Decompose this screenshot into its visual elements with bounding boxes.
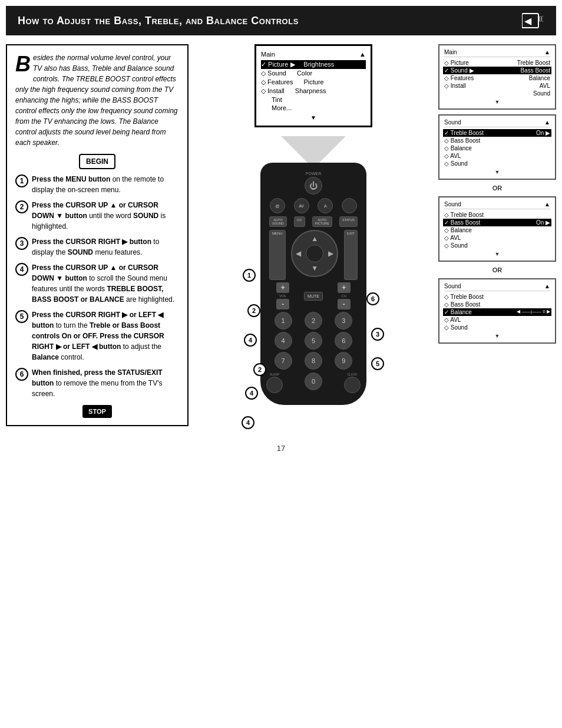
menu-button[interactable]: MENU — [269, 230, 286, 280]
sm3-header: Sound ▲ — [444, 201, 550, 209]
numpad: 1 2 3 4 5 6 7 8 9 — [269, 312, 358, 370]
num-0-button[interactable]: 0 — [305, 373, 322, 390]
step-6: 6 When finished, press the STATUS/EXIT b… — [15, 367, 179, 399]
step-3: 3 Press the CURSOR RIGHT ▶ button to dis… — [15, 236, 179, 258]
main-menu-display: Main ▲ ✓ Picture▶ Brightness ◇ Sound Col… — [254, 44, 372, 127]
mute-button[interactable]: MUTE — [304, 292, 323, 301]
intro-text: B esides the normal volume level control… — [15, 52, 179, 148]
power-button[interactable]: ⏻ — [305, 177, 322, 195]
sm4-treble: ◇ Treble Boost — [444, 293, 550, 301]
ch-minus-button[interactable]: - — [338, 299, 351, 309]
svg-text:))): ))) — [538, 15, 543, 22]
cc-button[interactable]: CC — [294, 216, 305, 227]
icon-row: AUTOSOUND CC AUTOPICTURE STATUS — [266, 216, 361, 227]
center-column: Main ▲ ✓ Picture▶ Brightness ◇ Sound Col… — [194, 44, 432, 426]
cursor-right-button[interactable]: ▶ — [328, 249, 333, 258]
sm1-main-label: Main — [444, 49, 457, 55]
step-label-2a: 2 — [247, 304, 260, 317]
clock-button[interactable] — [344, 377, 361, 393]
at-button[interactable]: @ — [270, 198, 285, 213]
sm1-picture: ◇ Picture Treble Boost — [444, 59, 550, 67]
step-label-4a: 4 — [244, 334, 257, 347]
av-button[interactable]: AV — [294, 198, 309, 213]
step-2-text: Press the CURSOR UP ▲ or CURSOR DOWN ▼ b… — [32, 200, 179, 232]
nav-pad: ▲ ▼ ◀ ▶ — [291, 230, 338, 277]
menu-row-features: ◇ Features Picture — [261, 78, 366, 87]
big-letter: B — [15, 54, 31, 75]
num-1-button[interactable]: 1 — [275, 312, 292, 330]
top-buttons: @ AV A — [266, 198, 361, 213]
sm1-down-arrow: ▼ — [444, 99, 550, 105]
remote-control: POWER ⏻ @ AV A AUTOSOUND CC AUTOPICTURE … — [260, 163, 366, 405]
screen-menu-1: Main ▲ ◇ Picture Treble Boost ✓ Sound▶ B… — [438, 44, 556, 110]
sm2-sound: ◇ Sound — [444, 160, 550, 167]
step-4-text: Press the CURSOR UP ▲ or CURSOR DOWN ▼ b… — [32, 262, 179, 305]
num-3-button[interactable]: 3 — [335, 312, 352, 330]
num-5-button[interactable]: 5 — [305, 332, 322, 350]
nav-center — [306, 245, 323, 262]
cursor-up-button[interactable]: ▲ — [311, 235, 318, 243]
step-4: 4 Press the CURSOR UP ▲ or CURSOR DOWN ▼… — [15, 262, 179, 305]
sm1-install: ◇ Install AVL — [444, 82, 550, 90]
extra-button[interactable] — [342, 198, 357, 213]
num-8-button[interactable]: 8 — [305, 352, 322, 370]
a-button[interactable]: A — [318, 198, 333, 213]
sm2-treble: ✓ Treble Boost On ▶ — [443, 129, 551, 137]
sm3-sound: ◇ Sound — [444, 242, 550, 249]
menu-up-arrow: ▲ — [359, 51, 366, 58]
page-header: How to Adjust the Bass, Treble, and Bala… — [6, 6, 556, 35]
sm3-sound-label: Sound — [444, 201, 461, 207]
step-3-text: Press the CURSOR RIGHT ▶ button to displ… — [32, 236, 179, 258]
sm1-sound: ✓ Sound▶ Bass Boost — [443, 67, 551, 74]
step-2-num: 2 — [15, 200, 28, 213]
cursor-left-button[interactable]: ◀ — [296, 249, 301, 258]
intro-body: esides the normal volume level control, … — [15, 54, 177, 147]
sm4-header: Sound ▲ — [444, 283, 550, 291]
num-2-button[interactable]: 2 — [305, 312, 322, 330]
ch-plus-button[interactable]: + — [338, 282, 351, 293]
sm4-balance: ✓ Balance ◀ ——|—— 0 ▶ — [443, 308, 551, 316]
stop-badge: STOP — [82, 405, 112, 418]
step-label-6: 6 — [366, 292, 379, 305]
step-1-text: Press the MENU button on the remote to d… — [32, 174, 179, 195]
speaker-icon: ◀ ))) — [521, 12, 544, 29]
sm4-sound-label: Sound — [444, 283, 461, 289]
num-9-button[interactable]: 9 — [335, 352, 352, 370]
sm2-header: Sound ▲ — [444, 119, 550, 127]
vol-plus-button[interactable]: + — [276, 282, 289, 293]
auto-picture-button[interactable]: AUTOPICTURE — [312, 216, 332, 227]
menu-arrow-down: ▼ — [261, 114, 366, 121]
screen-menu-2: Sound ▲ ✓ Treble Boost On ▶ ◇ Bass Boost… — [438, 114, 556, 180]
step-label-5: 5 — [371, 357, 384, 370]
sm4-sound: ◇ Sound — [444, 324, 550, 331]
menu-row-more: More... — [261, 104, 366, 112]
cursor-down-button[interactable]: ▼ — [311, 264, 318, 272]
num-7-button[interactable]: 7 — [275, 352, 292, 370]
menu-header: Main ▲ — [261, 51, 366, 58]
num-4-button[interactable]: 4 — [275, 332, 292, 350]
screen-menu-4: Sound ▲ ◇ Treble Boost ◇ Bass Boost ✓ Ba… — [438, 278, 556, 344]
power-area: POWER ⏻ — [266, 172, 361, 195]
menu-row-tint: Tint — [261, 95, 366, 104]
sm3-down-arrow: ▼ — [444, 251, 550, 257]
sm4-bass: ◇ Bass Boost — [444, 301, 550, 308]
num-6-button[interactable]: 6 — [335, 332, 352, 350]
sm2-avl: ◇ AVL — [444, 152, 550, 160]
sm4-down-arrow: ▼ — [444, 333, 550, 339]
sleep-button[interactable] — [266, 377, 283, 393]
sm2-balance: ◇ Balance — [444, 144, 550, 152]
page-number: 17 — [0, 435, 562, 459]
status-button[interactable]: STATUS — [339, 216, 358, 227]
step-label-2b: 2 — [253, 363, 266, 376]
step-3-num: 3 — [15, 237, 28, 250]
or-label-2: OR — [438, 266, 556, 274]
menu-row-sound: ◇ Sound Color — [261, 69, 366, 78]
svg-text:◀: ◀ — [524, 16, 532, 26]
step-5-num: 5 — [15, 310, 28, 323]
menu-row-picture: ✓ Picture▶ Brightness — [261, 60, 366, 69]
auto-sound-button[interactable]: AUTOSOUND — [269, 216, 287, 227]
exit-button[interactable]: EXIT — [344, 230, 358, 280]
sm2-bass: ◇ Bass Boost — [444, 137, 550, 144]
step-label-4c: 4 — [242, 416, 254, 429]
vol-minus-button[interactable]: - — [276, 299, 289, 309]
